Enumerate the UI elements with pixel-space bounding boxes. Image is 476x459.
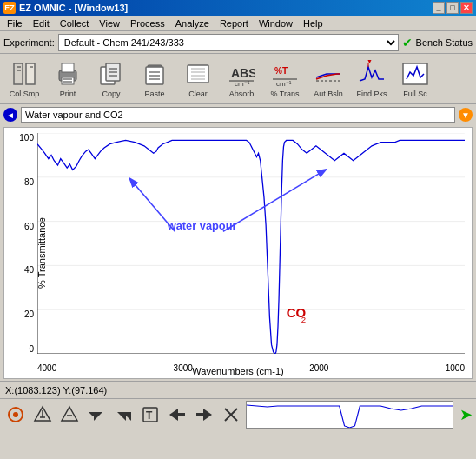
spectrum-nav-next[interactable]: ▼ (459, 108, 473, 122)
experiment-label: Experiment: (3, 37, 55, 48)
full-sc-button[interactable]: Full Sc (394, 57, 436, 102)
col-smp-icon (10, 60, 38, 88)
menu-analyze[interactable]: Analyze (170, 17, 215, 30)
absorb-label: Absorb (229, 90, 255, 98)
close-btn[interactable]: ✕ (460, 2, 473, 14)
svg-marker-64 (117, 412, 126, 421)
col-smp-button[interactable]: Col Smp (3, 57, 45, 102)
copy-label: Copy (102, 90, 120, 98)
menu-process[interactable]: Process (125, 17, 170, 30)
paste-button[interactable]: Paste (134, 57, 175, 102)
status-bar: X:(1083.123) Y:(97.164) (0, 381, 476, 398)
spectrum-bar: ◄ Water vapour and CO2 ▼ (0, 104, 476, 125)
full-sc-label: Full Sc (403, 90, 427, 98)
title-text: EZ OMNIC - [Window13] (19, 3, 128, 13)
x-axis-label: Wavenumbers (cm-1) (192, 366, 283, 376)
aut-bsln-icon (314, 60, 342, 88)
spectrum-chart: CO 2 water vapour (37, 133, 465, 354)
spectrum-preview (246, 401, 453, 429)
restore-btn[interactable]: □ (446, 2, 459, 14)
menu-collect[interactable]: Collect (55, 17, 95, 30)
svg-text:%T: %T (274, 66, 288, 76)
svg-text:cm⁻¹: cm⁻¹ (235, 80, 250, 88)
tool-close-btn[interactable] (219, 402, 243, 427)
tool-text-btn[interactable]: T (138, 402, 162, 427)
minimize-btn[interactable]: _ (433, 2, 445, 14)
status-check-icon: ✔ (402, 36, 413, 50)
svg-rect-6 (62, 63, 74, 72)
svg-line-47 (223, 170, 326, 231)
copy-icon (97, 60, 125, 88)
experiment-bar: Experiment: Default - Chem 241/243/333 ✔… (0, 31, 476, 54)
absorb-button[interactable]: ABS cm⁻¹ Absorb (221, 57, 262, 102)
svg-rect-7 (62, 77, 74, 84)
aut-bsln-button[interactable]: Aut Bsln (307, 57, 349, 102)
bench-status-label: Bench Status (416, 37, 473, 48)
coordinates: X:(1083.123) Y:(97.164) (5, 385, 107, 396)
svg-marker-58 (62, 407, 77, 421)
title-bar: EZ EZ OMNIC - [Window13] _ □ ✕ (0, 0, 476, 16)
menu-window[interactable]: Window (254, 17, 298, 30)
svg-rect-20 (188, 65, 208, 83)
find-pks-icon: ▼ (358, 60, 386, 88)
svg-text:cm⁻¹: cm⁻¹ (276, 80, 292, 88)
spectrum-title: Water vapour and CO2 (21, 107, 455, 123)
tool-pan-left-btn[interactable] (84, 402, 109, 427)
clear-label: Clear (188, 90, 208, 98)
paste-icon (141, 60, 169, 88)
svg-text:2: 2 (301, 315, 306, 324)
bench-status: ✔ Bench Status (402, 36, 473, 50)
absorb-icon: ABS cm⁻¹ (228, 60, 255, 88)
menu-edit[interactable]: Edit (28, 17, 55, 30)
svg-text:T: T (146, 409, 153, 422)
pct-trans-icon: %T cm⁻¹ (271, 60, 299, 88)
toolbar: Col Smp Print Copy (0, 54, 476, 104)
print-label: Print (60, 90, 76, 98)
app-icon: EZ (3, 2, 16, 14)
menu-file[interactable]: File (2, 17, 28, 30)
clear-icon (184, 60, 212, 88)
tool-arrow-right-btn[interactable] (192, 402, 216, 427)
svg-text:▼: ▼ (367, 60, 373, 64)
pct-trans-label: % Trans (270, 90, 299, 98)
window-controls[interactable]: _ □ ✕ (433, 2, 473, 14)
copy-button[interactable]: Copy (90, 57, 132, 102)
y-axis-ticks: 100 80 60 40 20 0 (11, 133, 36, 354)
print-icon (54, 60, 82, 88)
tool-zoom2-btn[interactable] (57, 402, 82, 427)
col-smp-label: Col Smp (10, 90, 40, 98)
full-sc-icon (401, 60, 429, 88)
svg-rect-68 (178, 413, 185, 416)
clear-button[interactable]: Clear (177, 57, 219, 102)
bottom-toolbar: T ➤ (0, 398, 476, 429)
pct-trans-button[interactable]: %T cm⁻¹ % Trans (264, 57, 306, 102)
paste-label: Paste (144, 90, 164, 98)
svg-marker-67 (169, 409, 178, 421)
print-button[interactable]: Print (47, 57, 89, 102)
tool-pan-right-btn[interactable] (111, 402, 136, 427)
find-pks-label: Find Pks (356, 90, 387, 98)
svg-marker-69 (203, 409, 212, 421)
menu-help[interactable]: Help (298, 17, 328, 30)
svg-marker-62 (94, 412, 102, 421)
tool-zoom-btn[interactable] (30, 402, 55, 427)
find-pks-button[interactable]: ▼ Find Pks (351, 57, 393, 102)
tool-select-btn[interactable] (3, 402, 28, 427)
svg-point-54 (13, 412, 18, 417)
chart-container: % Transmittance 100 80 60 40 20 0 (3, 127, 473, 379)
tool-arrow-left-btn[interactable] (165, 402, 189, 427)
svg-text:ABS: ABS (231, 66, 255, 80)
spectrum-nav-prev[interactable]: ◄ (3, 108, 17, 122)
menu-bar: File Edit Collect View Process Analyze R… (0, 16, 476, 31)
experiment-select[interactable]: Default - Chem 241/243/333 (58, 34, 399, 51)
navigate-forward-btn[interactable]: ➤ (459, 405, 473, 424)
menu-report[interactable]: Report (215, 17, 254, 30)
menu-view[interactable]: View (94, 17, 125, 30)
aut-bsln-label: Aut Bsln (314, 90, 343, 98)
svg-rect-70 (196, 413, 203, 416)
chart-area[interactable]: 100 80 60 40 20 0 (37, 133, 465, 354)
svg-line-46 (130, 179, 175, 231)
